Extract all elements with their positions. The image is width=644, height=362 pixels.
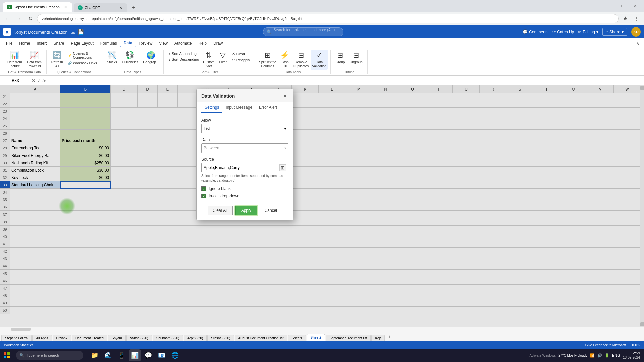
- formula-icon[interactable]: fx: [42, 78, 46, 83]
- ungroup-btn[interactable]: ⊟ Ungroup: [347, 50, 364, 65]
- maximize-btn[interactable]: □: [616, 2, 629, 10]
- taskbar-app-chrome[interactable]: 🌐: [169, 349, 181, 361]
- forward-btn[interactable]: →: [14, 14, 23, 23]
- taskbar-app-teams[interactable]: 💬: [142, 349, 154, 361]
- modal-tab-input-message[interactable]: Input Message: [222, 102, 256, 113]
- source-grid-icon[interactable]: ⊞: [279, 164, 286, 171]
- excel-search-box[interactable]: 🔍 Search for tools, help, and more (Alt …: [263, 27, 343, 36]
- taskbar-app-excel[interactable]: 📊: [129, 349, 141, 361]
- taskbar-start-btn[interactable]: [0, 349, 13, 362]
- tab-close-chatgpt[interactable]: ✕: [118, 5, 123, 10]
- new-tab-btn[interactable]: +: [129, 3, 138, 12]
- menu-formulas[interactable]: Formulas: [97, 40, 120, 47]
- modal-close-icon[interactable]: ✕: [282, 93, 288, 99]
- h-scrollbar[interactable]: [0, 327, 644, 331]
- sheet-tab-sheet2[interactable]: Sheet2: [307, 334, 325, 341]
- tab-chatgpt[interactable]: ● ChatGPT ✕: [74, 3, 127, 12]
- sheet-tab-september[interactable]: September Document list: [326, 335, 371, 341]
- group-btn[interactable]: ⊞ Group: [333, 50, 347, 65]
- sheet-tab-arpit[interactable]: Arpit (220): [184, 335, 207, 341]
- workbook-statistics[interactable]: Workbook Statistics: [4, 343, 34, 347]
- address-bar[interactable]: zehntechtechnologies-my.sharepoint.com/:…: [37, 14, 619, 23]
- sort-descending-btn[interactable]: ↓ Sort Descending: [166, 57, 201, 62]
- clear-all-button[interactable]: Clear All: [208, 206, 233, 215]
- apply-button[interactable]: Apply: [235, 206, 257, 215]
- menu-file[interactable]: File: [3, 40, 16, 47]
- menu-home[interactable]: Home: [16, 40, 33, 47]
- menu-automate[interactable]: Automate: [171, 40, 195, 47]
- currencies-btn[interactable]: 💱 Currencies: [120, 50, 140, 65]
- sheet-tab-shyam[interactable]: Shyam: [108, 335, 126, 341]
- catch-up-btn[interactable]: ⟳ Catch Up: [552, 29, 574, 34]
- cell-ref-box[interactable]: B33: [2, 77, 29, 84]
- back-btn[interactable]: ←: [3, 14, 12, 23]
- stocks-btn[interactable]: 📉 Stocks: [105, 50, 119, 65]
- sheet-tab-document-created[interactable]: Document Created: [72, 335, 107, 341]
- taskbar-app-edge[interactable]: 🌊: [102, 349, 114, 361]
- data-from-picture-btn[interactable]: 📊 Data from Picture: [5, 50, 24, 70]
- clear-btn[interactable]: ✕ Clear: [230, 51, 252, 57]
- taskbar-app-apps[interactable]: 📱: [115, 349, 127, 361]
- workbook-links-btn[interactable]: 🔗 Workbook Links: [66, 61, 99, 66]
- tab-close-excel[interactable]: ✕: [63, 4, 68, 10]
- cancel-formula-icon[interactable]: ✕: [32, 78, 36, 83]
- data-from-power-bi-btn[interactable]: 📈 Data from Power BI: [25, 50, 44, 70]
- sheet-tab-add[interactable]: +: [385, 333, 394, 341]
- menu-view[interactable]: View: [156, 40, 171, 47]
- menu-help[interactable]: Help: [195, 40, 210, 47]
- ignore-blank-checkbox[interactable]: ✓: [201, 186, 206, 191]
- formula-input[interactable]: [49, 77, 642, 84]
- cancel-button[interactable]: Cancel: [260, 206, 282, 215]
- extensions-btn[interactable]: ⋮: [632, 14, 641, 23]
- confirm-formula-icon[interactable]: ✓: [37, 78, 41, 83]
- taskbar-search-box[interactable]: 🔍 Type here to search: [16, 351, 83, 360]
- custom-sort-btn[interactable]: ⇅ Custom Sort: [202, 50, 216, 70]
- ribbon-collapse-btn[interactable]: ∧: [634, 40, 641, 46]
- share-btn[interactable]: ↑ Share ▾: [602, 28, 627, 36]
- taskbar-clock[interactable]: 12:59 13-09-2024: [623, 351, 640, 359]
- menu-page-layout[interactable]: Page Layout: [67, 40, 97, 47]
- sheet-tab-srashti[interactable]: Srashti (220): [207, 335, 234, 341]
- remove-duplicates-btn[interactable]: ⊟ Remove Duplicates: [292, 50, 310, 70]
- sheet-tab-august[interactable]: August Document Creation list: [235, 335, 287, 341]
- sheet-tab-kop[interactable]: Kop: [371, 335, 385, 341]
- allow-select[interactable]: List ▾: [201, 124, 288, 133]
- menu-share[interactable]: Share: [50, 40, 67, 47]
- menu-insert[interactable]: Insert: [33, 40, 50, 47]
- data-select[interactable]: Between ▾: [201, 143, 288, 153]
- language-display: ENG: [612, 353, 620, 357]
- menu-data[interactable]: Data: [120, 39, 136, 47]
- sheet-tab-shubham[interactable]: Shubham (220): [153, 335, 183, 341]
- minimize-btn[interactable]: −: [604, 2, 616, 10]
- feedback-link[interactable]: Give Feedback to Microsoft: [585, 343, 626, 347]
- user-avatar[interactable]: KP: [631, 27, 641, 37]
- in-cell-dropdown-checkbox[interactable]: ✓: [201, 194, 206, 198]
- comments-btn[interactable]: 💬 Comments: [523, 29, 548, 34]
- modal-tab-settings[interactable]: Settings: [201, 102, 222, 113]
- tab-excel[interactable]: X Kopyst Documents Creation.xls... ✕: [3, 2, 72, 12]
- flash-fill-btn[interactable]: ⚡ Flash Fill: [278, 50, 291, 70]
- sheet-tab-all-apps[interactable]: All Apps: [32, 335, 52, 341]
- sort-ascending-btn[interactable]: ↑ Sort Ascending: [166, 51, 201, 56]
- editing-btn[interactable]: ✏ Editing ▾: [578, 29, 598, 34]
- menu-draw[interactable]: Draw: [210, 40, 226, 47]
- filter-btn[interactable]: ▽ Filter: [217, 50, 229, 65]
- bookmark-btn[interactable]: ★: [621, 14, 630, 23]
- taskbar-app-outlook[interactable]: 📧: [156, 349, 168, 361]
- save-icon[interactable]: 💾: [78, 29, 84, 35]
- taskbar-app-explorer[interactable]: 📁: [89, 349, 101, 361]
- menu-review[interactable]: Review: [136, 40, 156, 47]
- refresh-btn[interactable]: ↻: [25, 14, 35, 23]
- reapply-btn[interactable]: ↩ Reapply: [230, 57, 252, 63]
- modal-tab-error-alert[interactable]: Error Alert: [256, 102, 280, 113]
- sheet-tab-priyank[interactable]: Priyank: [53, 335, 71, 341]
- queries-connections-btn[interactable]: ⚡ Queries & Connections: [66, 51, 99, 60]
- split-text-btn[interactable]: ⊞ Split Text to Columns: [258, 50, 278, 70]
- data-validation-btn[interactable]: ✓ Data Validation: [311, 50, 328, 70]
- sheet-tab-steps[interactable]: Steps to Follow: [1, 335, 32, 341]
- geography-btn[interactable]: 🌍 Geograp...: [141, 50, 161, 65]
- sheet-tab-vansh[interactable]: Vansh (220): [126, 335, 152, 341]
- close-btn[interactable]: ✕: [629, 2, 641, 10]
- sheet-tab-sheet1[interactable]: Sheet1: [288, 335, 306, 341]
- refresh-all-btn[interactable]: 🔄 Refresh All: [49, 50, 65, 70]
